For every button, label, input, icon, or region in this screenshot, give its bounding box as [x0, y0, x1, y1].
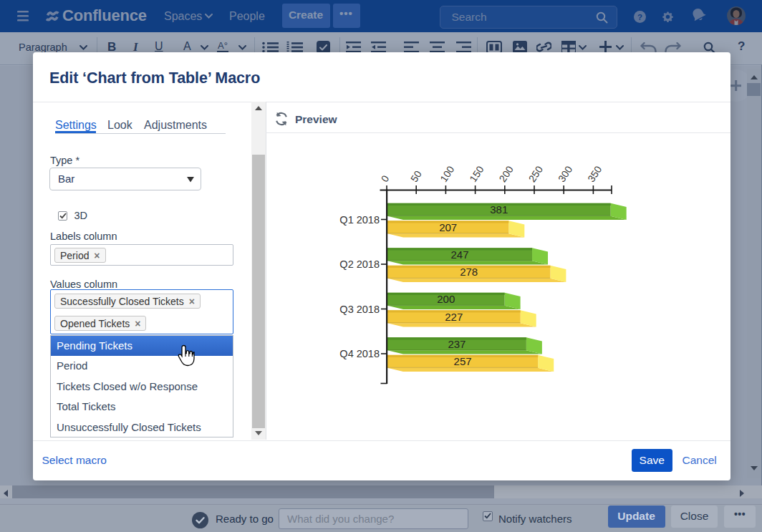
svg-text:227: 227 [445, 311, 463, 323]
svg-text:200: 200 [437, 293, 455, 305]
svg-text:237: 237 [448, 338, 466, 350]
svg-text:381: 381 [490, 203, 508, 216]
svg-text:300: 300 [555, 164, 574, 184]
svg-text:Q3 2018: Q3 2018 [339, 304, 380, 315]
svg-text:150: 150 [467, 164, 486, 184]
svg-text:50: 50 [407, 168, 423, 184]
svg-text:278: 278 [460, 266, 478, 278]
svg-text:250: 250 [526, 164, 544, 184]
svg-text:Q2 2018: Q2 2018 [339, 258, 380, 270]
svg-text:247: 247 [450, 248, 468, 261]
svg-text:Q4 2018: Q4 2018 [339, 348, 380, 359]
svg-text:0: 0 [378, 173, 391, 185]
svg-text:100: 100 [438, 164, 456, 184]
svg-text:200: 200 [496, 164, 515, 184]
svg-text:350: 350 [585, 164, 604, 184]
svg-text:207: 207 [439, 221, 457, 233]
svg-text:Q1 2018: Q1 2018 [339, 214, 380, 226]
svg-text:257: 257 [453, 355, 471, 367]
